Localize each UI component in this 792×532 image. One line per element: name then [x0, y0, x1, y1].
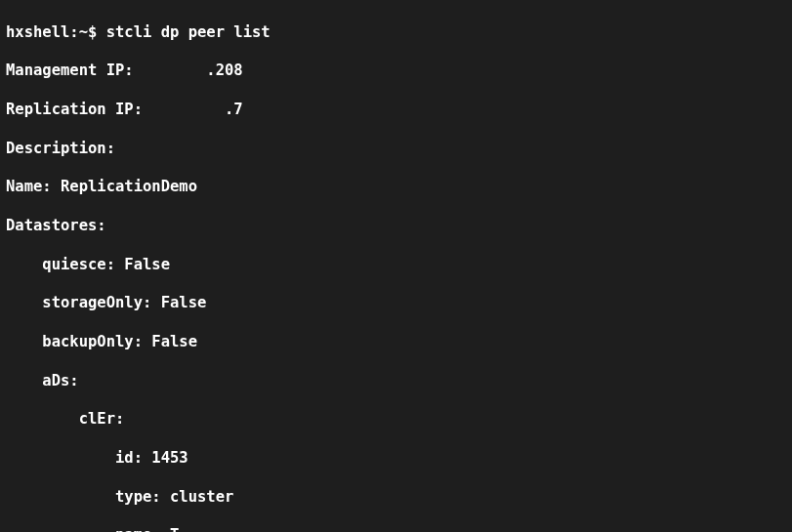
output-line: clEr: — [6, 410, 786, 430]
output-line: Description: — [6, 140, 786, 159]
output-line: quiesce: False — [6, 256, 786, 275]
output-line: id: 1453 — [6, 449, 786, 469]
output-line: type: cluster — [6, 488, 786, 508]
output-line: Replication IP: .7 — [6, 101, 786, 120]
terminal-output[interactable]: hxshell:~$ stcli dp peer list Management… — [0, 0, 792, 532]
output-line: Name: ReplicationDemo — [6, 178, 786, 197]
output-line: Datastores: — [6, 217, 786, 236]
prompt: hxshell:~$ — [6, 23, 106, 41]
output-line: name: T — [6, 526, 786, 532]
output-line: aDs: — [6, 372, 786, 391]
output-line: storageOnly: False — [6, 294, 786, 313]
output-line: Management IP: .208 — [6, 61, 786, 81]
output-line: backupOnly: False — [6, 333, 786, 352]
command-text: stcli dp peer list — [106, 23, 271, 41]
